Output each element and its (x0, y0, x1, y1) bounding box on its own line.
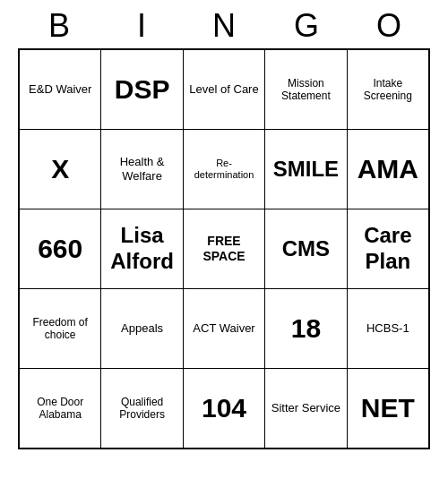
cell-r2c1: X (20, 130, 101, 209)
bingo-row: E&D Waiver DSP Level of Care Mission Sta… (20, 50, 428, 130)
cell-r2c5: AMA (348, 130, 428, 209)
title-i: I (106, 7, 177, 45)
cell-r2c3: Re-determination (184, 130, 265, 209)
cell-r4c5: HCBS-1 (348, 289, 428, 368)
bingo-grid: E&D Waiver DSP Level of Care Mission Sta… (18, 48, 430, 449)
cell-r4c1: Freedom of choice (20, 289, 101, 368)
cell-r1c4: Mission Statement (265, 50, 347, 129)
cell-r1c3: Level of Care (184, 50, 265, 129)
cell-r1c2: DSP (101, 50, 183, 129)
title-g: G (271, 7, 342, 45)
cell-r2c4: SMILE (265, 130, 347, 209)
cell-r1c1: E&D Waiver (20, 50, 101, 129)
cell-r1c5: Intake Screening (348, 50, 428, 129)
cell-r5c1: One Door Alabama (20, 369, 101, 448)
cell-r5c4: Sitter Service (265, 369, 347, 448)
cell-r4c3: ACT Waiver (184, 289, 265, 368)
bingo-row: 660 Lisa Alford FREE SPACE CMS Care Plan (20, 209, 428, 289)
title-o: O (353, 7, 425, 45)
cell-r2c2: Health & Welfare (101, 130, 183, 209)
bingo-row: Freedom of choice Appeals ACT Waiver 18 … (20, 289, 428, 369)
cell-r3c3: FREE SPACE (184, 209, 265, 288)
cell-r3c5: Care Plan (348, 209, 428, 288)
cell-r4c2: Appeals (101, 289, 183, 368)
title-b: B (23, 7, 95, 45)
cell-r5c5: NET (348, 369, 428, 448)
bingo-title: B I N G O (18, 0, 430, 48)
cell-r3c4: CMS (265, 209, 347, 288)
title-n: N (188, 7, 260, 45)
cell-r5c2: Qualified Providers (101, 369, 183, 448)
cell-r5c3: 104 (184, 369, 265, 448)
cell-r3c1: 660 (20, 209, 101, 288)
cell-r3c2: Lisa Alford (101, 209, 183, 288)
bingo-row: X Health & Welfare Re-determination SMIL… (20, 130, 428, 209)
cell-r4c4: 18 (265, 289, 347, 368)
bingo-row: One Door Alabama Qualified Providers 104… (20, 369, 428, 448)
